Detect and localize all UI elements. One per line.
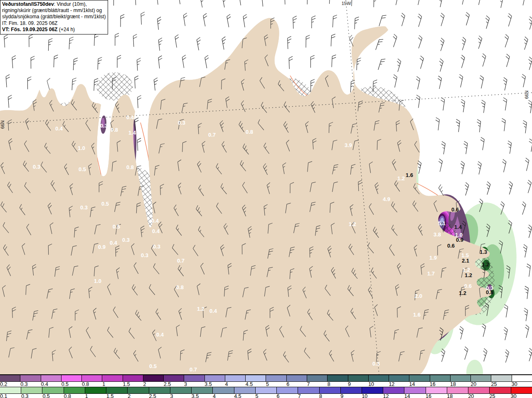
scale-tick-label: 8 bbox=[328, 381, 330, 387]
precip-value-label: 1.0 bbox=[94, 278, 101, 284]
scale-segment bbox=[149, 387, 170, 393]
scale-tick-label: 0.1 bbox=[0, 393, 7, 398]
rain-scale-labels: 0.10.30.50.811.522.533.544.5567891012141… bbox=[0, 394, 532, 398]
precip-value-label: 3.9 bbox=[345, 142, 352, 148]
scale-segment bbox=[426, 387, 447, 393]
scale-segment bbox=[213, 387, 234, 393]
scale-tick-label: 1 bbox=[102, 381, 105, 387]
scale-segment bbox=[20, 375, 41, 381]
precip-value-label: 2.1 bbox=[462, 258, 469, 264]
scale-tick-label: 16 bbox=[426, 393, 431, 398]
scale-tick-label: 16 bbox=[430, 381, 436, 387]
scale-tick-label: 2.5 bbox=[164, 381, 171, 387]
precip-value-label: 0.4 bbox=[110, 240, 118, 246]
scale-segment bbox=[143, 375, 164, 381]
precip-value-label: 1.0 bbox=[78, 145, 85, 151]
precip-value-label: 1.4 bbox=[454, 224, 462, 230]
scale-tick-label: 20 bbox=[470, 381, 476, 387]
precip-value-label: 2.0 bbox=[415, 293, 422, 299]
scale-segment bbox=[184, 375, 204, 381]
parallel-label-left: 66N bbox=[0, 120, 5, 129]
scale-tick-label: 0.2 bbox=[0, 381, 7, 387]
scale-segment bbox=[128, 387, 149, 393]
scale-tick-label: 4 bbox=[225, 381, 228, 387]
scale-segment bbox=[234, 387, 256, 393]
precip-value-label: 0.3 bbox=[33, 164, 40, 170]
scale-segment bbox=[511, 387, 532, 393]
scale-tick-label: 8 bbox=[319, 393, 322, 398]
precip-value-label: 0.9 bbox=[98, 244, 106, 250]
precip-value-label: 0.7 bbox=[177, 258, 185, 264]
scale-tick-label: 14 bbox=[409, 381, 415, 387]
scale-tick-label: 1.5 bbox=[123, 381, 130, 387]
scale-segment bbox=[369, 375, 389, 381]
title-line-1: Veðurstofan/IS750dev: Vindur (10m), bbox=[2, 1, 106, 7]
scale-segment bbox=[490, 387, 511, 393]
scale-segment bbox=[512, 375, 532, 381]
parallel-label-right: 66N bbox=[524, 91, 529, 99]
precip-value-label: 0.8 bbox=[176, 284, 184, 290]
scale-tick-label: 4.5 bbox=[246, 381, 253, 387]
scale-tick-label: 3.5 bbox=[192, 393, 199, 398]
scale-tick-label: 14 bbox=[404, 393, 410, 398]
valid-time: VT: Fös. 19.09.2025 06Z (+24 h) bbox=[2, 27, 106, 33]
scale-segment bbox=[468, 387, 490, 393]
scale-segment bbox=[362, 387, 383, 393]
scale-tick-label: 3 bbox=[170, 393, 173, 398]
precip-value-label: 0.8 bbox=[111, 127, 118, 133]
precip-value-label: 0.6 bbox=[451, 206, 459, 213]
precip-value-label: 0.9 bbox=[456, 237, 463, 243]
scale-segment bbox=[430, 375, 451, 381]
scale-segment bbox=[85, 387, 106, 393]
rain-scale-strip bbox=[0, 387, 532, 394]
scale-segment bbox=[82, 375, 102, 381]
scale-segment bbox=[192, 387, 213, 393]
scale-tick-label: 3.5 bbox=[204, 381, 212, 387]
precip-value-label: 0.3 bbox=[80, 204, 88, 211]
scale-segment bbox=[320, 387, 341, 393]
scale-tick-label: 9 bbox=[340, 393, 343, 398]
scale-tick-label: 30 bbox=[511, 393, 517, 398]
scale-segment bbox=[256, 387, 277, 393]
scale-segment bbox=[298, 387, 319, 393]
scale-segment bbox=[64, 387, 85, 393]
scale-tick-label: 6 bbox=[277, 393, 280, 398]
title-box: Veðurstofan/IS750dev: Vindur (10m), rign… bbox=[0, 0, 108, 34]
scale-tick-label: 0.4 bbox=[41, 381, 48, 387]
precip-value-label: 1.2 bbox=[459, 290, 466, 296]
scale-segment bbox=[447, 387, 468, 393]
precip-value-label: 0.4 bbox=[209, 308, 217, 314]
precip-value-label: 1.6 bbox=[406, 172, 413, 178]
scale-segment bbox=[123, 375, 143, 381]
model-name: Veðurstofan/IS750dev bbox=[2, 1, 54, 7]
scale-segment bbox=[62, 375, 82, 381]
precip-value-label: 0.8 bbox=[126, 164, 134, 170]
precip-value-label: 0.3 bbox=[100, 123, 108, 129]
precip-value-label: 1.2 bbox=[349, 221, 356, 227]
forecast-map: 15W 66N 66N 0.41.00.50.30.30.80.41.40.80… bbox=[0, 0, 532, 374]
scale-tick-label: 0.8 bbox=[82, 381, 89, 387]
precip-value-label: 0.7 bbox=[208, 132, 216, 138]
scale-segment bbox=[409, 375, 430, 381]
precip-value-label: 0.3 bbox=[141, 252, 148, 258]
scale-tick-label: 12 bbox=[383, 393, 389, 398]
precip-value-label: 0.5 bbox=[79, 166, 86, 172]
scale-tick-label: 0.5 bbox=[42, 393, 49, 398]
scale-segment bbox=[164, 375, 184, 381]
precip-value-label: 1.2 bbox=[197, 306, 204, 312]
scale-tick-label: 5 bbox=[255, 393, 258, 398]
scale-segment bbox=[307, 375, 328, 381]
title-line-2: rigning/skúrir (grænt/blátt/rautt - mm/1… bbox=[2, 7, 106, 14]
scale-segment bbox=[102, 375, 123, 381]
precip-value-label: 0.6 bbox=[447, 243, 455, 249]
scale-tick-label: 10 bbox=[362, 393, 367, 398]
precip-value-label: 0.3 bbox=[372, 361, 380, 367]
scale-tick-label: 10 bbox=[368, 381, 374, 387]
precip-value-label: 0.4 bbox=[55, 125, 63, 132]
scale-tick-label: 3 bbox=[184, 381, 187, 387]
scale-segment bbox=[246, 375, 266, 381]
precip-value-label: 0.4 bbox=[156, 332, 164, 338]
scale-segment bbox=[341, 387, 362, 393]
scale-segment bbox=[404, 387, 426, 393]
precip-value-label: 4.9 bbox=[383, 196, 390, 202]
